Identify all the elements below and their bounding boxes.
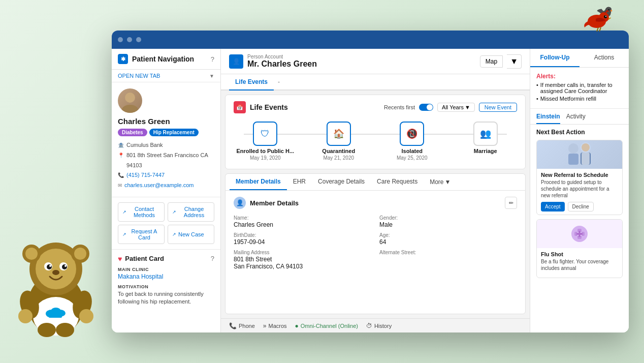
field-name-label: Name: <box>234 215 371 221</box>
patient-avatar <box>118 88 142 113</box>
svg-point-7 <box>582 143 590 152</box>
nba-card-referral-image <box>537 140 622 169</box>
field-gender-value: Male <box>379 221 517 228</box>
all-years-button[interactable]: All Years ▼ <box>437 103 475 112</box>
address-icon: 📍 <box>118 151 124 160</box>
field-gender: Gender: Male <box>379 215 517 228</box>
middle-panel: 👤 Person Account Mr. Charles Green Map ▼… <box>221 49 530 332</box>
help-icon[interactable]: ? <box>211 55 214 63</box>
svg-point-38 <box>56 323 74 337</box>
recents-label: Recents first <box>384 104 415 110</box>
tab-more[interactable]: More ▼ <box>424 174 457 190</box>
contact-methods-button[interactable]: ↗ Contact Methods <box>118 202 165 222</box>
event-isolated: 📵 Isolated May 25, 2020 <box>380 122 444 161</box>
field-mailing-value: 801 8th StreetSan Francisco, CA 94103 <box>234 256 371 270</box>
alert-bullet-1: • <box>536 82 538 94</box>
nba-card-referral-body: New Referral to Schedule Proceed to guid… <box>537 169 622 215</box>
open-new-tab-link[interactable]: OPEN NEW TAB <box>118 73 160 79</box>
nba-referral-name: New Referral to Schedule <box>541 172 618 178</box>
request-card-button[interactable]: ↗ Request A Card <box>118 225 165 244</box>
field-alternate-label: Alternate Street: <box>379 250 517 255</box>
status-macros[interactable]: » Macros <box>263 322 287 329</box>
status-history[interactable]: ⏱ History <box>366 322 392 329</box>
alerts-section: Alerts: • If member calls in, transfer t… <box>530 68 629 109</box>
toggle-knob <box>427 104 433 110</box>
patient-card-help-icon[interactable]: ? <box>211 255 214 262</box>
action-buttons-grid: ↗ Contact Methods ↗ Change Address ↗ Req… <box>112 197 220 250</box>
member-details-title: Member Details <box>250 199 501 207</box>
tab-einstein[interactable]: Einstein <box>536 113 560 124</box>
nba-flushot-desc: Be a flu fighter. Your coverage includes… <box>541 258 618 271</box>
field-birthdate-value: 1957-09-04 <box>234 238 371 246</box>
event-quarantined-icon: 🏠 <box>327 122 351 146</box>
new-case-icon: ↗ <box>172 232 176 237</box>
event-isolated-name: Isolated <box>401 148 423 154</box>
phone-status-icon: 📞 <box>229 322 237 329</box>
member-details-header: 👤 Member Details ✏ <box>234 197 517 209</box>
svg-point-36 <box>79 309 93 323</box>
life-events-header: 📅 Life Events Recents first All Years ▼ … <box>234 101 517 113</box>
new-event-button[interactable]: New Event <box>479 103 517 112</box>
tab-dash: - <box>278 78 280 85</box>
patient-info-section: Charles Green Diabetes Hip Replacement 🏦… <box>112 82 220 197</box>
macros-status-icon: » <box>263 322 267 329</box>
event-enrolled-name: Enrolled to Public H... <box>236 148 294 154</box>
svg-rect-3 <box>568 154 578 165</box>
svg-point-41 <box>604 15 607 18</box>
events-timeline: 🛡 Enrolled to Public H... May 19, 2020 🏠… <box>234 119 517 163</box>
svg-point-20 <box>62 264 67 269</box>
field-name-value: Charles Green <box>234 221 371 228</box>
status-omni-channel[interactable]: ● Omni-Channel (Online) <box>295 322 358 329</box>
nba-accept-button[interactable]: Accept <box>541 202 565 211</box>
new-case-button[interactable]: ↗ New Case <box>168 225 214 244</box>
macros-status-label: Macros <box>269 323 287 329</box>
recents-toggle[interactable] <box>419 104 433 111</box>
svg-point-37 <box>38 323 56 337</box>
field-mailing-address: Mailing Address 801 8th StreetSan Franci… <box>234 250 371 270</box>
main-clinic-value[interactable]: Makana Hospital <box>118 273 214 280</box>
tab-care-requests[interactable]: Care Requests <box>371 174 424 190</box>
nba-card-flushot-body: Flu Shot Be a flu fighter. Your coverage… <box>537 248 622 278</box>
top-bar-dot-3 <box>136 37 141 42</box>
email-icon: ✉ <box>118 181 122 190</box>
svg-rect-6 <box>582 153 590 165</box>
status-phone[interactable]: 📞 Phone <box>229 322 255 329</box>
tab-followup[interactable]: Follow-Up <box>530 49 579 67</box>
tab-activity[interactable]: Activity <box>566 113 586 124</box>
tab-actions[interactable]: Actions <box>579 49 629 67</box>
field-gender-label: Gender: <box>379 215 517 221</box>
svg-line-44 <box>599 27 601 32</box>
map-dropdown-button[interactable]: ▼ <box>507 54 522 69</box>
dropdown-arrow-icon[interactable]: ▼ <box>209 73 214 79</box>
field-birthdate-label: BirthDate: <box>234 232 371 238</box>
top-bar <box>112 31 629 49</box>
request-card-icon: ↗ <box>122 232 126 237</box>
left-panel: ✱ Patient Navigation ? OPEN NEW TAB ▼ Ch… <box>112 49 221 332</box>
edit-member-button[interactable]: ✏ <box>505 197 517 209</box>
top-bar-dot-2 <box>127 37 132 42</box>
nba-card-flushot-image <box>537 220 622 248</box>
alert-text-1: If member calls in, transfer to assigned… <box>540 82 623 94</box>
tab-coverage-details[interactable]: Coverage Details <box>312 174 371 190</box>
phone-link[interactable]: (415) 715-7447 <box>126 170 165 180</box>
tab-life-events[interactable]: Life Events <box>229 74 274 90</box>
patient-name: Charles Green <box>118 117 214 126</box>
svg-point-0 <box>125 93 135 103</box>
cardinal-bird-decoration <box>581 6 611 34</box>
email-link[interactable]: charles.user@example.com <box>124 180 194 191</box>
tag-diabetes: Diabetes <box>118 129 147 136</box>
history-icon: ⏱ <box>366 322 372 329</box>
change-address-icon: ↗ <box>172 209 176 215</box>
map-button[interactable]: Map <box>480 55 503 68</box>
nba-decline-button[interactable]: Decline <box>568 202 594 211</box>
alerts-label: Alerts: <box>536 73 623 80</box>
svg-point-16 <box>36 249 76 289</box>
event-marriage: 👥 Marriage <box>454 122 518 155</box>
field-age-label: Age: <box>379 232 517 238</box>
alert-item-2: • Missed Metformin refill <box>536 96 623 102</box>
tab-ehr[interactable]: EHR <box>287 174 312 190</box>
change-address-button[interactable]: ↗ Change Address <box>168 202 214 222</box>
field-mailing-label: Mailing Address <box>234 250 371 255</box>
next-best-action-section: Next Best Action <box>530 125 629 286</box>
tab-member-details[interactable]: Member Details <box>230 174 287 190</box>
